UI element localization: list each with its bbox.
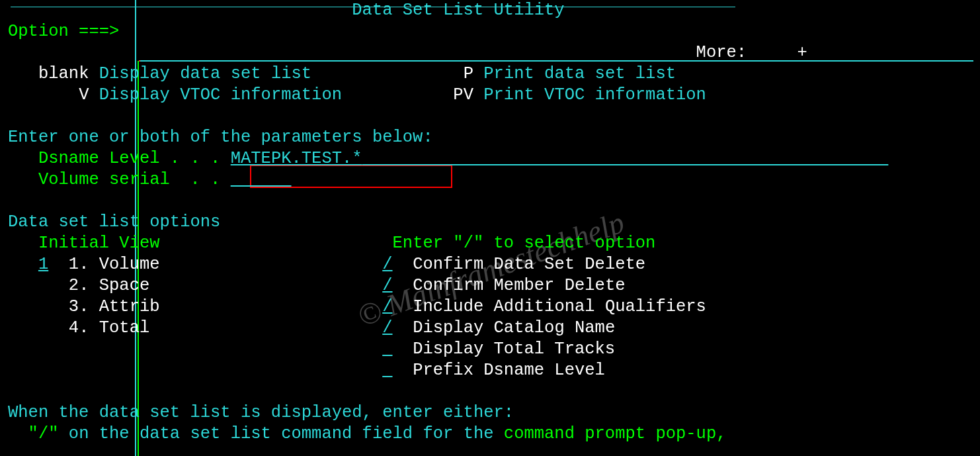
- option-label: Option ===>: [8, 22, 119, 41]
- initial-view-input[interactable]: 1: [38, 255, 48, 274]
- select-heading: Enter "/" to select option: [393, 234, 656, 253]
- opt-incl-q-label: Include Additional Qualifiers: [413, 297, 706, 316]
- view-option-4: 4. Total: [69, 318, 149, 338]
- opt-confirm-mb-input[interactable]: /: [382, 276, 392, 295]
- volser-label: Volume serial . .: [38, 170, 220, 189]
- opt-tracks-input[interactable]: [382, 340, 392, 359]
- initial-view-label: Initial View: [38, 234, 160, 253]
- menu-key-blank: blank: [38, 64, 89, 83]
- view-option-3: 3. Attrib: [69, 297, 160, 316]
- menu-key-p: P: [464, 64, 473, 83]
- footer-cmd: command prompt pop-up,: [504, 424, 727, 443]
- opt-tracks-label: Display Total Tracks: [413, 340, 615, 359]
- view-option-1: 1. Volume: [69, 255, 160, 274]
- opt-confirm-ds-label: Confirm Data Set Delete: [413, 255, 645, 274]
- footer-on: on the data set list command field for t…: [59, 424, 504, 443]
- dsname-input-pad[interactable]: [362, 149, 889, 168]
- menu-key-pv: PV: [453, 85, 473, 105]
- terminal-screen: Data Set List Utility Option ===> More: …: [8, 0, 888, 445]
- more-label: More:: [696, 43, 747, 62]
- opt-prefix-input[interactable]: [382, 361, 392, 380]
- opt-incl-q-input[interactable]: /: [382, 297, 392, 316]
- menu-desc-p[interactable]: Print data set list: [483, 64, 676, 83]
- options-heading: Data set list options: [8, 212, 220, 232]
- more-plus-icon: +: [797, 43, 807, 62]
- footer-slash: "/": [28, 424, 59, 443]
- menu-desc-blank[interactable]: Display data set list: [99, 64, 311, 83]
- panel-title: Data Set List Utility: [352, 1, 564, 20]
- opt-catalog-label: Display Catalog Name: [413, 318, 615, 338]
- opt-catalog-input[interactable]: /: [382, 318, 392, 338]
- menu-desc-v[interactable]: Display VTOC information: [99, 85, 342, 105]
- opt-prefix-label: Prefix Dsname Level: [413, 361, 605, 380]
- view-option-2: 2. Space: [69, 276, 149, 295]
- params-heading: Enter one or both of the parameters belo…: [8, 128, 433, 147]
- opt-confirm-ds-input[interactable]: /: [382, 255, 392, 274]
- menu-desc-pv[interactable]: Print VTOC information: [483, 85, 706, 105]
- footer-line-1: When the data set list is displayed, ent…: [8, 403, 514, 422]
- dsname-input[interactable]: MATEPK.TEST.*: [231, 149, 362, 168]
- volser-input[interactable]: [231, 170, 292, 189]
- menu-key-v: V: [79, 85, 89, 105]
- dsname-label: Dsname Level . . .: [38, 149, 220, 168]
- opt-confirm-mb-label: Confirm Member Delete: [413, 276, 625, 295]
